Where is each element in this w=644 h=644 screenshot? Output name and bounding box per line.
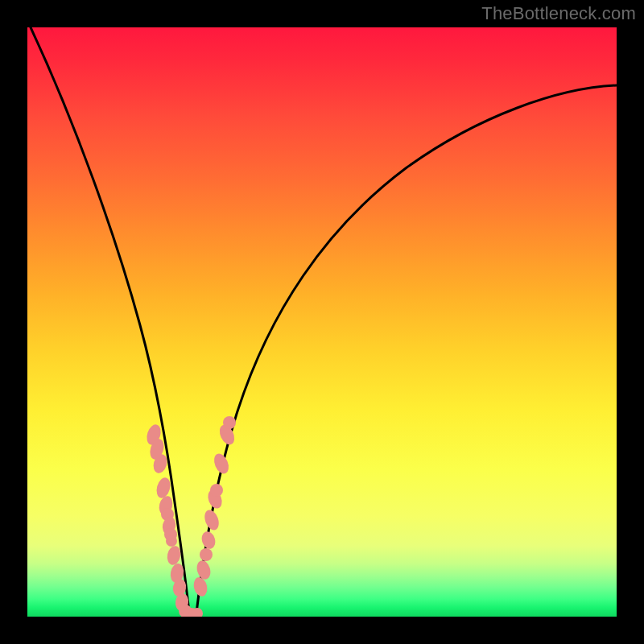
svg-point-18 (192, 576, 208, 597)
curve-markers (144, 416, 237, 617)
svg-point-8 (166, 535, 177, 547)
watermark-text: TheBottleneck.com (481, 3, 636, 24)
svg-point-27 (223, 416, 236, 429)
svg-point-20 (200, 548, 213, 561)
chart-frame: TheBottleneck.com (0, 0, 644, 644)
bottleneck-curve (31, 27, 617, 613)
svg-point-21 (200, 530, 217, 551)
svg-point-22 (202, 508, 221, 532)
curve-svg (27, 27, 617, 617)
svg-point-9 (166, 545, 183, 567)
svg-point-3 (155, 476, 172, 499)
svg-point-19 (195, 559, 213, 580)
svg-point-25 (212, 452, 232, 476)
svg-point-24 (210, 484, 223, 497)
plot-area (27, 27, 617, 617)
